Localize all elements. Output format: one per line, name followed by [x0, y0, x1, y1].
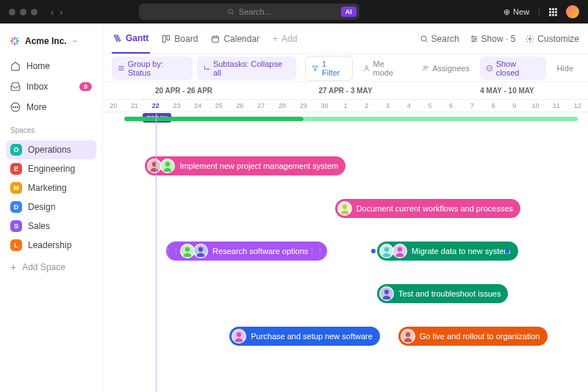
nav-inbox[interactable]: Inbox 9 — [6, 78, 96, 95]
assignee-avatar[interactable] — [232, 329, 246, 344]
day-column[interactable]: 24 — [187, 100, 209, 112]
drag-handle-icon[interactable]: ⋮⋮ — [312, 247, 320, 256]
home-icon — [10, 61, 21, 71]
day-column[interactable]: 30 — [314, 100, 335, 112]
svg-point-11 — [421, 36, 426, 41]
drag-handle-icon[interactable]: ⋮⋮ — [168, 247, 176, 256]
space-badge-icon: D — [10, 201, 22, 213]
hide-button[interactable]: Hide — [551, 61, 579, 76]
show-button[interactable]: Show · 5 — [470, 34, 516, 44]
day-column[interactable]: 11 — [546, 100, 567, 112]
sidebar-item-leadership[interactable]: LLeadership — [6, 236, 96, 255]
day-column[interactable]: 22 — [145, 100, 166, 112]
assignee-avatar[interactable] — [193, 244, 208, 258]
svg-point-32 — [384, 247, 389, 252]
nav-more[interactable]: More — [6, 98, 96, 116]
day-column[interactable]: 9 — [503, 100, 525, 112]
subtasks-button[interactable]: Subtasks: Collapse all — [197, 57, 296, 80]
assignee-avatar[interactable] — [392, 244, 407, 258]
sidebar-item-engineering[interactable]: EEngineering — [6, 159, 96, 178]
nav-label: More — [26, 102, 46, 112]
nav-home[interactable]: Home — [6, 57, 96, 75]
me-mode-button[interactable]: Me mode — [357, 57, 412, 80]
window-controls[interactable] — [9, 9, 37, 15]
day-column[interactable]: 12 — [567, 100, 588, 112]
day-column[interactable]: 1 — [335, 100, 356, 112]
add-space-button[interactable]: + Add Space — [6, 258, 96, 277]
tab-calendar[interactable]: Calendar — [209, 23, 261, 54]
day-header: 2021222324252627282930123456789101112TOD… — [103, 100, 588, 112]
svg-point-38 — [237, 333, 241, 337]
day-column[interactable]: 27 — [251, 100, 272, 112]
task-bar[interactable]: ⋮⋮Research software options⋮⋮ — [166, 242, 327, 261]
sidebar-item-operations[interactable]: OOperations — [6, 140, 96, 159]
assignees-button[interactable]: Assignees — [416, 61, 476, 76]
day-column[interactable]: 7 — [462, 100, 483, 112]
day-column[interactable]: 21 — [124, 100, 146, 112]
task-name: Migrate data to new system — [412, 247, 511, 255]
global-search[interactable]: Search... AI — [139, 4, 359, 20]
search-icon — [227, 8, 234, 15]
day-column[interactable]: 28 — [272, 100, 293, 112]
new-button[interactable]: ⊕ New — [503, 7, 529, 17]
task-name: Go live and rollout to organization — [420, 332, 540, 341]
ai-badge[interactable]: AI — [341, 7, 356, 17]
assignee-avatar[interactable] — [379, 244, 394, 258]
tab-board[interactable]: Board — [160, 23, 199, 54]
day-column[interactable]: 29 — [293, 100, 314, 112]
day-column[interactable]: 3 — [377, 100, 398, 112]
customize-button[interactable]: Customize — [526, 34, 579, 44]
day-column[interactable]: 20 — [103, 100, 124, 112]
space-badge-icon: L — [10, 239, 22, 251]
day-column[interactable]: 4 — [398, 100, 420, 112]
add-view-button[interactable]: + Add — [271, 23, 298, 54]
task-bar[interactable]: Go live and rollout to organization — [398, 327, 548, 346]
toolbar: Group by: Status Subtasks: Collapse all … — [103, 54, 588, 82]
history-nav[interactable]: ‹ › — [51, 7, 63, 18]
task-bar[interactable]: Implement new project management system — [145, 156, 345, 175]
apps-icon[interactable] — [549, 8, 557, 16]
day-column[interactable]: 2 — [356, 100, 377, 112]
svg-rect-9 — [167, 35, 170, 40]
day-column[interactable]: 5 — [420, 100, 441, 112]
back-icon[interactable]: ‹ — [51, 7, 54, 18]
today-line — [156, 112, 157, 392]
day-column[interactable]: 23 — [166, 100, 187, 112]
svg-point-24 — [165, 162, 170, 167]
assignee-avatar[interactable] — [160, 159, 175, 173]
day-column[interactable]: 8 — [483, 100, 504, 112]
assignee-avatar[interactable] — [401, 329, 415, 344]
workspace-switcher[interactable]: Acme Inc. — [6, 31, 96, 54]
group-by-button[interactable]: Group by: Status — [112, 57, 193, 80]
sidebar-item-marketing[interactable]: MMarketing — [6, 178, 96, 197]
subtask-icon — [203, 65, 210, 72]
task-bar[interactable]: Migrate data to new system — [377, 242, 518, 261]
dependency-handle[interactable] — [371, 249, 376, 253]
assignee-avatar[interactable] — [147, 159, 162, 173]
day-column[interactable]: 10 — [525, 100, 546, 112]
assignee-avatar[interactable] — [379, 286, 394, 301]
forward-icon[interactable]: › — [60, 7, 62, 18]
day-column[interactable]: 6 — [440, 100, 462, 112]
sidebar-item-design[interactable]: DDesign — [6, 197, 96, 217]
svg-point-15 — [529, 37, 531, 40]
filter-button[interactable]: 1 Filter — [305, 56, 352, 81]
sidebar-item-sales[interactable]: SSales — [6, 217, 96, 236]
task-bar[interactable]: Document current workflows and processes — [335, 199, 520, 218]
assignee-avatar[interactable] — [180, 244, 195, 258]
show-closed-button[interactable]: Show closed — [480, 57, 546, 80]
user-avatar[interactable] — [566, 5, 579, 18]
task-bar[interactable]: Test and troubleshoot issues — [377, 284, 508, 303]
tab-gantt[interactable]: Gantt — [112, 23, 150, 54]
summary-bar — [124, 117, 304, 121]
search-button[interactable]: Search — [420, 34, 459, 44]
plus-icon: + — [273, 34, 278, 44]
svg-point-0 — [228, 10, 232, 14]
task-bar[interactable]: Purchase and setup new software — [229, 327, 380, 346]
svg-point-17 — [365, 65, 368, 68]
day-column[interactable]: 25 — [209, 100, 230, 112]
people-icon — [422, 65, 429, 72]
day-column[interactable]: 26 — [229, 100, 251, 112]
gantt-chart[interactable]: Implement new project management systemD… — [103, 112, 588, 392]
assignee-avatar[interactable] — [337, 201, 352, 216]
